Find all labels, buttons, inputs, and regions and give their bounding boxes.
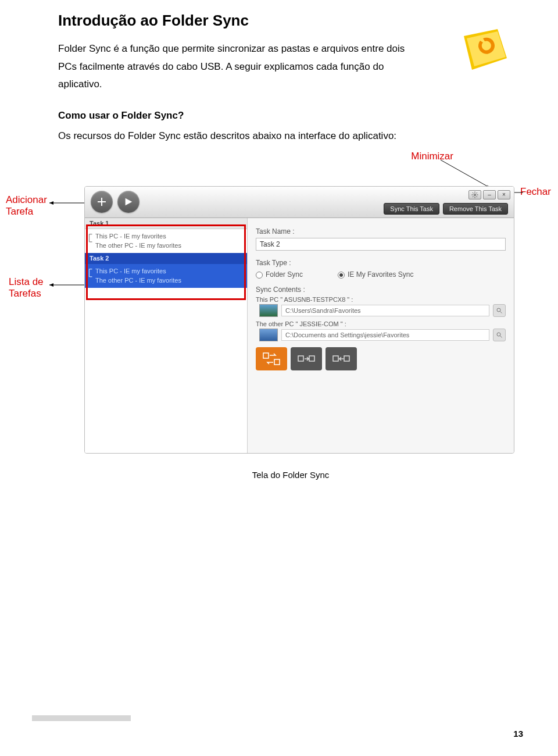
intro-paragraph: Folder Sync é a função que permite sincr… [58, 40, 419, 94]
svg-line-0 [441, 160, 491, 188]
sync-mode-right-left-button[interactable] [326, 347, 357, 370]
svg-marker-13 [126, 198, 133, 206]
svg-rect-31 [333, 356, 338, 361]
pc2-path: C:\Documents and Settings\jessie\Favorit… [281, 329, 489, 341]
task-header[interactable]: Task 1 [85, 218, 247, 229]
screenshot-figure: Adicionar Tarefa Sincronizar Todos Confi… [17, 186, 541, 465]
add-task-button[interactable] [91, 191, 113, 213]
folder-sync-window: – × Sync This Task Remove This Task Task… [84, 186, 514, 454]
task-name-label: Task Name : [256, 227, 506, 236]
svg-line-22 [477, 192, 478, 194]
sync-mode-left-right-button[interactable] [291, 347, 322, 370]
sync-all-button[interactable] [117, 191, 140, 213]
sync-contents-label: Sync Contents : [256, 286, 506, 294]
radio-icon [338, 272, 345, 279]
svg-point-14 [474, 194, 476, 195]
footer-decoration [32, 715, 131, 721]
figure-caption: Tela do Folder Sync [58, 470, 523, 480]
pc1-path: C:\Users\Sandra\Favorites [281, 305, 489, 316]
browse-button[interactable] [493, 304, 506, 317]
task-name-input[interactable] [256, 238, 506, 251]
pc1-thumb-icon [259, 304, 278, 317]
search-icon [496, 331, 503, 338]
settings-button[interactable] [468, 190, 481, 199]
task-header[interactable]: Task 2 [85, 253, 247, 264]
sync-link-icon [87, 268, 95, 279]
pc1-label: This PC " ASUSNB-TESTPCX8 " : [256, 296, 506, 303]
svg-line-21 [473, 196, 474, 197]
task-line: The other PC - IE my favorites [95, 276, 242, 286]
radio-icon [256, 272, 263, 279]
remove-this-task-button[interactable]: Remove This Task [443, 203, 508, 215]
svg-marker-12 [49, 283, 53, 287]
svg-rect-32 [344, 356, 349, 361]
body-line: Os recursos do Folder Sync estão descrit… [58, 127, 523, 145]
svg-rect-29 [298, 356, 303, 361]
annotation-minimizar: Minimizar [411, 151, 453, 162]
svg-marker-3 [49, 201, 53, 205]
sync-link-icon [87, 233, 95, 244]
pc2-thumb-icon [259, 329, 278, 341]
svg-line-20 [477, 196, 478, 197]
minimize-button[interactable]: – [483, 190, 496, 199]
svg-point-25 [497, 333, 500, 336]
sync-this-task-button[interactable]: Sync This Task [384, 203, 439, 215]
svg-point-23 [497, 308, 500, 312]
svg-rect-28 [274, 359, 280, 365]
task-detail-panel: Task Name : Task Type : Folder Sync IE M… [248, 218, 514, 453]
annotation-adicionar-tarefa: Adicionar Tarefa [6, 194, 47, 218]
browse-button[interactable] [493, 329, 506, 341]
search-icon [496, 307, 503, 314]
subhead: Como usar o Folder Sync? [58, 110, 523, 122]
window-controls: – × [468, 190, 510, 199]
task-line: This PC - IE my favorites [95, 266, 242, 276]
page-number: 13 [513, 729, 523, 739]
folder-sync-logo-icon [459, 23, 512, 78]
annotation-lista-tarefas: Lista de Tarefas [9, 276, 44, 300]
page-title: Introdução ao Folder Sync [58, 12, 523, 30]
sync-mode-two-way-button[interactable] [256, 347, 287, 370]
toolbar: – × Sync This Task Remove This Task [85, 187, 514, 218]
task-list-sidebar: Task 1 This PC - IE my favorites The oth… [85, 218, 248, 453]
task-type-option-folder[interactable]: Folder Sync [256, 270, 303, 279]
svg-line-24 [500, 311, 502, 313]
svg-line-19 [473, 192, 474, 194]
task-type-label: Task Type : [256, 259, 506, 267]
svg-line-26 [500, 336, 502, 337]
svg-rect-27 [263, 353, 269, 358]
task-line: This PC - IE my favorites [95, 231, 242, 241]
task-item-selected[interactable]: This PC - IE my favorites The other PC -… [85, 264, 247, 288]
annotation-fechar: Fechar [520, 186, 551, 198]
svg-rect-30 [309, 356, 314, 361]
pc2-label: The other PC " JESSIE-COM " : [256, 320, 506, 327]
task-item[interactable]: This PC - IE my favorites The other PC -… [85, 229, 247, 253]
close-button[interactable]: × [498, 190, 510, 199]
task-type-option-ie[interactable]: IE My Favorites Sync [338, 270, 413, 279]
task-line: The other PC - IE my favorites [95, 241, 242, 251]
